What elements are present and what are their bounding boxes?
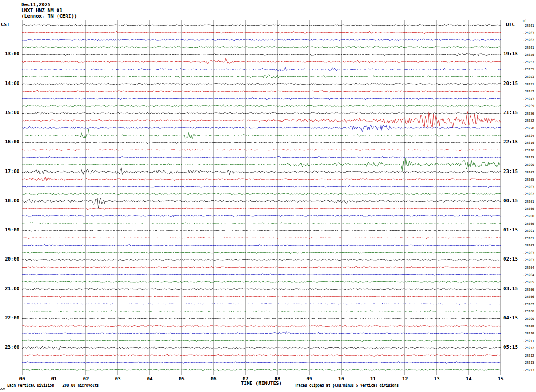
trace-row-16:00: [22, 142, 501, 144]
dc-offset-value: -29261: [514, 46, 534, 50]
dc-offset-value: -29205: [514, 281, 534, 284]
dc-offset-value: -29202: [514, 244, 534, 247]
trace-row-21:45: [22, 310, 501, 312]
dc-offset-value: -29261: [514, 24, 534, 27]
trace-row-22:30: [22, 332, 501, 334]
right-axis-label: UTC: [506, 22, 515, 27]
trace-row-20:15: [22, 266, 501, 268]
dc-offset-value: -29205: [514, 178, 534, 181]
cst-hour-label: 21:00: [2, 286, 19, 292]
cst-hour-label: 17:00: [2, 169, 19, 174]
trace-row-12:00: [22, 24, 501, 26]
dc-offset-value: -29212: [514, 346, 534, 350]
trace-row-16:45: [22, 158, 501, 171]
trace-row-22:15: [22, 325, 501, 327]
dc-offset-value: -29204: [514, 266, 534, 269]
dc-offset-value: -29200: [514, 215, 534, 218]
trace-row-21:15: [22, 296, 501, 298]
trace-row-13:30: [22, 67, 501, 71]
dc-offset-value: -29206: [514, 288, 534, 292]
trace-row-20:00: [22, 259, 501, 261]
dc-offset-value: -29209: [514, 163, 534, 167]
dc-offset-value: -29213: [514, 156, 534, 159]
dc-offset-value: -29263: [514, 31, 534, 35]
cst-hour-label: 14:00: [2, 81, 19, 86]
dc-offset-value: -29201: [514, 229, 534, 233]
dc-offset-value: -29209: [514, 325, 534, 328]
cst-hour-label: 13:00: [2, 51, 19, 57]
cst-hour-label: 20:00: [2, 257, 19, 262]
trace-row-19:15: [22, 237, 501, 239]
dc-offset-value: -29203: [514, 258, 534, 262]
cst-hour-label: 18:00: [2, 198, 19, 204]
dc-offset-value: -29228: [514, 127, 534, 130]
trace-row-22:45: [22, 339, 501, 342]
dc-offset-value: -29259: [514, 53, 534, 57]
dc-offset-value: -29255: [514, 68, 534, 71]
trace-row-18:00: [22, 198, 501, 209]
trace-row-14:30: [22, 97, 501, 100]
dc-offset-value: -29251: [514, 83, 534, 86]
dc-axis-label: DC: [523, 19, 526, 23]
trace-row-13:00: [22, 53, 501, 56]
dc-offset-value: -29243: [514, 97, 534, 101]
dc-offset-value: -29239: [514, 104, 534, 108]
trace-row-23:45: [22, 369, 501, 371]
trace-row-17:45: [22, 193, 501, 195]
trace-row-17:15: [22, 177, 501, 181]
trace-row-16:15: [22, 149, 501, 151]
dc-offset-value: -29212: [514, 354, 534, 357]
trace-row-20:30: [22, 274, 501, 276]
dc-offset-value: -29213: [514, 369, 534, 372]
cst-hour-label: 15:00: [2, 110, 19, 115]
trace-row-20:45: [22, 281, 501, 283]
dc-offset-value: -29207: [514, 171, 534, 174]
seismogram-plot: [0, 0, 536, 392]
title-station: LNXT HNZ NM 01: [21, 8, 62, 13]
dc-offset-value: -29200: [514, 207, 534, 211]
trace-row-18:15: [22, 208, 501, 210]
trace-row-14:15: [22, 90, 501, 92]
dc-offset-value: -29201: [514, 237, 534, 240]
trace-row-17:00: [22, 168, 501, 175]
dc-offset-value: -29209: [514, 317, 534, 321]
dc-offset-value: -29213: [514, 361, 534, 365]
trace-row-12:45: [22, 46, 501, 48]
trace-row-19:00: [22, 230, 501, 232]
dc-offset-value: -29201: [514, 200, 534, 204]
clip-note: Traces clipped at plus/minus 5 vertical …: [294, 384, 399, 388]
dc-offset-value: -29224: [514, 134, 534, 138]
trace-row-23:00: [22, 346, 501, 350]
trace-row-21:00: [22, 288, 501, 290]
trace-row-15:45: [22, 129, 501, 139]
trace-row-13:45: [22, 75, 501, 78]
trace-row-12:30: [22, 39, 501, 41]
dc-offset-value: -29206: [514, 295, 534, 299]
dc-offset-value: -29216: [514, 149, 534, 152]
cst-hour-label: 19:00: [2, 227, 19, 233]
dc-offset-value: -29204: [514, 273, 534, 277]
trace-row-18:45: [22, 222, 501, 224]
trace-row-15:15: [22, 112, 501, 128]
trace-row-14:45: [22, 105, 501, 107]
dc-offset-value: -29253: [514, 75, 534, 79]
dc-offset-value: -29257: [514, 61, 534, 64]
left-axis-label: CST: [1, 22, 10, 27]
trace-row-14:00: [22, 83, 501, 85]
title-location: (Lennox, TN (CERI)): [21, 13, 77, 19]
dc-offset-value: -29210: [514, 332, 534, 335]
title-date: Dec11,2025: [21, 2, 50, 8]
trace-row-19:45: [22, 252, 501, 254]
trace-row-18:30: [22, 215, 501, 217]
trace-row-13:15: [22, 58, 501, 64]
dc-offset-value: -29203: [514, 251, 534, 255]
dc-offset-value: -29219: [514, 141, 534, 145]
trace-row-23:15: [22, 354, 501, 357]
squiggle-mark: [0, 387, 6, 391]
scale-note: Each Vertical Division = 200.00 microvol…: [7, 384, 99, 388]
dc-offset-value: -29262: [514, 38, 534, 42]
trace-row-23:30: [22, 361, 501, 363]
dc-offset-value: -29247: [514, 90, 534, 93]
dc-offset-value: -29208: [514, 310, 534, 313]
trace-row-17:30: [22, 185, 501, 187]
